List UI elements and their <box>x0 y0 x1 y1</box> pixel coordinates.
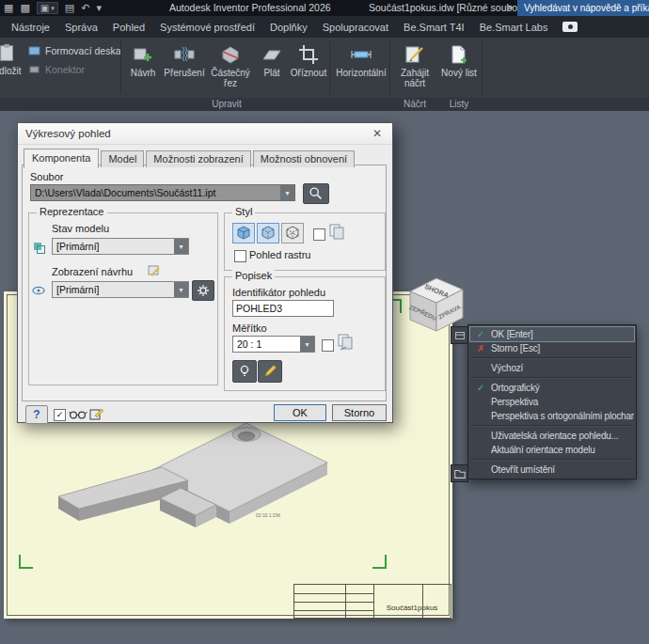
browse-file-button[interactable] <box>303 183 329 204</box>
model-cube-icon[interactable]: ▣ ▾ <box>37 2 58 14</box>
view-boundary-corner-bottom-left <box>19 555 33 569</box>
group-label-upravit[interactable]: Upravit <box>180 99 274 109</box>
zobrazeni-navrhu-combobox[interactable]: [Primární] ▾ <box>52 281 189 298</box>
tab-besmart-labs[interactable]: Be.Smart Labs <box>472 18 556 37</box>
preview-checkbox[interactable]: ✓ <box>54 409 66 421</box>
check-icon: ✓ <box>474 383 487 393</box>
context-menu: ✓ OK [Enter] ✗ Storno [Esc] Výchozí ✓ Or… <box>467 324 637 479</box>
tab-moznosti-zobrazeni[interactable]: Možnosti zobrazení <box>146 150 250 167</box>
context-menu-view-icon-badge[interactable] <box>451 326 468 344</box>
group-label-listy[interactable]: Listy <box>435 99 483 109</box>
view-identifier-input[interactable] <box>232 300 334 317</box>
tab-systemove-prostredi[interactable]: Systémové prostředí <box>152 18 262 37</box>
file-path-value: D:\Users\Vlada\Documents\Součást11.ipt <box>35 187 215 198</box>
part-annotation: 02 02 1 DM <box>256 512 280 518</box>
horizontalni-button[interactable]: Horizontální <box>333 39 389 96</box>
help-button[interactable]: ? <box>25 405 48 424</box>
scale-option-checkbox[interactable] <box>322 339 334 352</box>
tab-sprava[interactable]: Správa <box>57 18 105 37</box>
file-path-combobox[interactable]: D:\Users\Vlada\Documents\Součást11.ipt ▾ <box>30 184 295 201</box>
ribbon-separator <box>120 41 121 94</box>
tab-nastroje[interactable]: Nástroje <box>4 18 57 37</box>
stav-modelu-combobox[interactable]: [Primární] ▾ <box>52 238 189 255</box>
forming-plate-icon <box>28 44 40 56</box>
ribbon-separator <box>389 41 390 94</box>
menu-separator <box>471 357 633 359</box>
section-cut-icon <box>219 43 242 66</box>
menu-separator <box>471 459 633 461</box>
app-badge-icon[interactable] <box>562 22 578 32</box>
novy-list-button[interactable]: Nový list <box>438 39 480 96</box>
image-icon[interactable]: ▩ <box>20 2 29 14</box>
dialog-title-bar[interactable]: Výkresový pohled ✕ <box>18 123 392 145</box>
tab-besmart-t4i[interactable]: Be.Smart T4I <box>396 18 472 37</box>
formovaci-deska-button[interactable]: Formovací deska <box>28 44 121 56</box>
hidden-edge-cube-icon <box>261 225 276 242</box>
oriznout-button[interactable]: Oříznout <box>288 39 329 96</box>
menu-item-ok[interactable]: ✓ OK [Enter] <box>470 327 634 341</box>
style-hidden-edge-button[interactable] <box>257 223 279 243</box>
konektor-button[interactable]: Konektor <box>28 63 85 75</box>
design-view-settings-button[interactable] <box>192 280 214 301</box>
expand-chevrons-icon[interactable]: » <box>507 2 513 12</box>
ribbon: odložit Formovací deska Konektor Návrh P… <box>0 38 649 98</box>
scale-value: 20 : 1 <box>237 338 261 350</box>
menu-separator <box>471 425 633 427</box>
menu-item-aktualni-orientace[interactable]: Aktuální orientace modelu <box>470 443 634 457</box>
tab-komponenta[interactable]: Komponenta <box>24 149 99 168</box>
tab-model[interactable]: Model <box>101 150 144 167</box>
style-wireframe-button[interactable] <box>281 223 304 243</box>
castecny-rez-button[interactable]: Částečný řez <box>207 39 254 96</box>
defer-updates-button[interactable]: odložit <box>0 39 24 96</box>
ok-button[interactable]: OK <box>274 404 326 421</box>
undo-icon[interactable]: ↶ <box>81 2 89 14</box>
eye-icon <box>32 285 46 297</box>
menu-item-perspektiva-orto[interactable]: Perspektiva s ortogonálními plochami <box>470 409 634 423</box>
dialog-title: Výkresový pohled <box>25 128 111 139</box>
drawing-view-part[interactable]: 02 02 1 DM <box>38 414 339 559</box>
menu-item-otevrit-umisteni[interactable]: Otevřít umístění <box>470 463 634 477</box>
close-icon[interactable]: ✕ <box>370 127 385 140</box>
group-label-nacrt[interactable]: Náčrt <box>391 99 438 109</box>
app-menu-icon[interactable]: ▦ <box>4 2 13 14</box>
preruseni-button[interactable]: Přerušení <box>164 39 205 96</box>
design-plus-icon <box>132 43 154 66</box>
help-search-input[interactable]: Vyhledávat v nápovědě a příkaz <box>517 0 649 16</box>
visibility-toggle-button[interactable] <box>232 360 257 383</box>
reprezentace-group: Reprezentace Stav modelu [Primární] ▾ Zo… <box>28 212 218 385</box>
menu-item-storno[interactable]: ✗ Storno [Esc] <box>470 341 634 355</box>
scale-combobox[interactable]: 20 : 1 ▾ <box>232 336 315 353</box>
new-sheet-icon <box>448 43 470 66</box>
plat-button[interactable]: Plát <box>256 39 288 96</box>
style-option-checkbox[interactable] <box>313 228 325 241</box>
reprezentace-label: Reprezentace <box>37 206 107 217</box>
chevron-down-icon[interactable]: ▾ <box>280 185 294 200</box>
sheet-icon[interactable]: ▤ <box>65 2 74 14</box>
scale-sheets-icon <box>337 334 356 352</box>
tab-pohled[interactable]: Pohled <box>105 18 152 37</box>
tab-doplnky[interactable]: Doplňky <box>262 18 315 37</box>
customize-chevron-icon[interactable]: ▾ <box>96 2 102 14</box>
lamp-icon <box>237 364 252 379</box>
design-view-edit-icon <box>148 264 161 277</box>
chevron-down-icon: ▾ <box>51 5 55 12</box>
navrh-button[interactable]: Návrh <box>124 39 162 96</box>
shaded-cube-icon <box>236 225 251 242</box>
tab-moznosti-obnoveni[interactable]: Možnosti obnovení <box>253 150 355 167</box>
pohled-rastru-checkbox[interactable] <box>234 250 246 262</box>
tab-spolupracovat[interactable]: Spolupracovat <box>315 18 396 37</box>
style-shaded-button[interactable] <box>232 223 255 243</box>
context-menu-folder-icon-badge[interactable] <box>451 464 468 482</box>
zahajit-nacrt-button[interactable]: Zahájit náčrt <box>393 39 436 96</box>
chevron-down-icon[interactable]: ▾ <box>174 239 188 254</box>
menu-item-uzivatelska-orientace[interactable]: Uživatelská orientace pohledu... <box>470 429 634 443</box>
menu-item-ortograficky[interactable]: ✓ Ortografický <box>470 381 634 395</box>
chevron-down-icon[interactable]: ▾ <box>174 282 188 297</box>
menu-item-perspektiva[interactable]: Perspektiva <box>470 395 634 409</box>
menu-item-vychozi[interactable]: Výchozí <box>470 361 634 375</box>
styl-group: Styl Pohled rastru <box>224 212 386 271</box>
storno-button[interactable]: Storno <box>332 404 387 421</box>
edit-label-button[interactable] <box>258 360 282 383</box>
chevron-down-icon[interactable]: ▾ <box>300 337 314 352</box>
drawing-view-dialog: Výkresový pohled ✕ Komponenta Model Možn… <box>17 122 393 423</box>
